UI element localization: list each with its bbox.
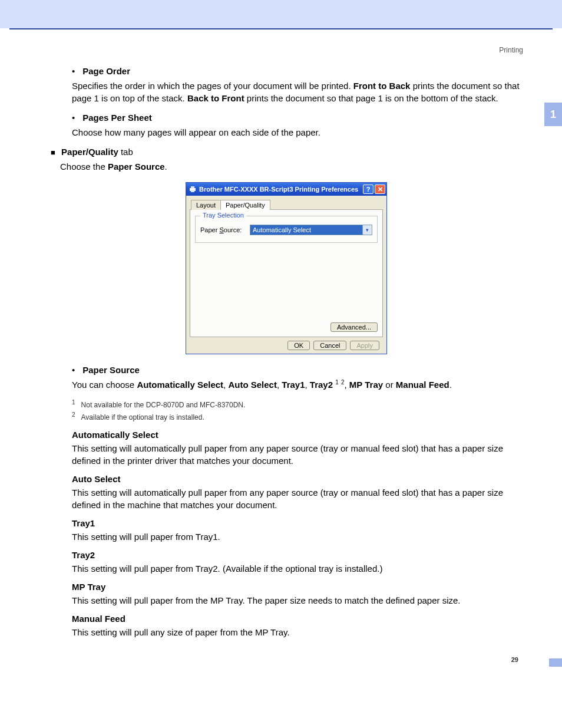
- text-underline: S: [219, 226, 223, 233]
- bullet-icon: •: [72, 66, 80, 76]
- auto-select-body: This setting will automatically pull pap…: [72, 442, 521, 467]
- auto-body: This setting will automatically pull pap…: [72, 486, 521, 511]
- svg-rect-1: [191, 186, 194, 188]
- chapter-tab: 1: [544, 103, 562, 126]
- square-icon: ■: [51, 148, 55, 157]
- page-order-title: Page Order: [82, 66, 130, 76]
- bold: Tray1: [282, 380, 305, 390]
- dialog-body: Layout Paper/Quality Tray Selection Pape…: [186, 196, 386, 354]
- auto-select-h: Automatically Select: [72, 430, 521, 440]
- paper-source-select[interactable]: Automatically Select ▾: [250, 225, 372, 235]
- tab-layout[interactable]: Layout: [191, 200, 221, 210]
- paper-quality-block: ■ Paper/Quality tab: [51, 147, 521, 157]
- advanced-row: Advanced...: [330, 322, 378, 332]
- text: ource:: [224, 226, 242, 233]
- tray1-h: Tray1: [72, 518, 521, 528]
- bullet-icon: •: [72, 365, 80, 375]
- footnote-2: 2Available if the optional tray is insta…: [72, 411, 521, 421]
- paper-quality-sub: Choose the Paper Source.: [60, 160, 521, 173]
- footnote-num: 2: [72, 411, 75, 418]
- paper-quality-label: Paper/Quality: [61, 147, 118, 157]
- bold: Automatically Select: [137, 380, 223, 390]
- footnote-text: Not available for the DCP-8070D and MFC-…: [81, 401, 246, 409]
- text: .: [449, 380, 452, 390]
- paper-source-label: Paper Source:: [200, 226, 250, 233]
- chevron-down-icon[interactable]: ▾: [362, 225, 372, 235]
- page-order-body: Specifies the order in which the pages o…: [72, 80, 521, 104]
- paper-source-title: Paper Source: [82, 365, 140, 375]
- content: • Page Order Specifies the order in whic…: [52, 66, 527, 663]
- bold-front-to-back: Front to Back: [353, 81, 411, 91]
- dialog-actions: OK Cancel Apply: [190, 337, 383, 350]
- item-pages-per-sheet: • Pages Per Sheet Choose how many pages …: [72, 113, 521, 139]
- page-number: 29: [52, 656, 521, 663]
- auto-h: Auto Select: [72, 474, 521, 484]
- advanced-button[interactable]: Advanced...: [330, 322, 378, 332]
- bold: MP Tray: [349, 380, 383, 390]
- dialog-titlebar[interactable]: Brother MFC-XXXX BR-Script3 Printing Pre…: [186, 183, 386, 196]
- bold: Tray2: [310, 380, 333, 390]
- tab-paper-quality[interactable]: Paper/Quality: [220, 200, 270, 210]
- text: ,: [305, 380, 310, 390]
- tabstrip: Layout Paper/Quality: [190, 199, 383, 210]
- footnote-1: 1Not available for the DCP-8070D and MFC…: [72, 399, 521, 409]
- text: Paper: [200, 226, 219, 233]
- manual-body: This setting will pull any size of paper…: [72, 626, 521, 638]
- bullet-icon: •: [72, 113, 80, 123]
- svg-rect-2: [191, 190, 194, 192]
- paper-quality-suffix: tab: [118, 147, 133, 157]
- paper-source-row: Paper Source: Automatically Select ▾: [200, 225, 372, 235]
- bold: Manual Feed: [396, 380, 449, 390]
- help-button[interactable]: ?: [363, 185, 373, 194]
- ok-button[interactable]: OK: [287, 341, 310, 350]
- mptray-body: This setting will pull paper from the MP…: [72, 594, 521, 607]
- footnotes: 1Not available for the DCP-8070D and MFC…: [72, 399, 521, 421]
- text: Specifies the order in which the pages o…: [72, 81, 353, 91]
- printer-icon: [189, 185, 197, 193]
- text: prints the document so that page 1 is on…: [244, 93, 498, 103]
- manual-h: Manual Feed: [72, 614, 521, 624]
- header-section: Printing: [52, 29, 527, 66]
- text: You can choose: [72, 380, 137, 390]
- pages-per-sheet-title: Pages Per Sheet: [82, 113, 152, 123]
- item-page-order: • Page Order Specifies the order in whic…: [72, 66, 521, 104]
- text: Choose the: [60, 162, 108, 172]
- paper-source-body: You can choose Automatically Select, Aut…: [72, 378, 521, 391]
- close-button[interactable]: ✕: [375, 185, 385, 194]
- top-band: [0, 0, 562, 28]
- text: ,: [345, 380, 349, 390]
- sup-1: 1: [335, 379, 339, 386]
- tray-selection-legend: Tray Selection: [200, 212, 246, 219]
- bold: Auto Select: [228, 380, 277, 390]
- text: or: [383, 380, 396, 390]
- footnote-num: 1: [72, 399, 75, 406]
- tray-selection-group: Tray Selection Paper Source: Automatical…: [195, 216, 378, 243]
- dialog-wrap: Brother MFC-XXXX BR-Script3 Printing Pre…: [52, 182, 521, 354]
- tray2-body: This setting will pull paper from Tray2.…: [72, 562, 521, 575]
- dialog-title: Brother MFC-XXXX BR-Script3 Printing Pre…: [199, 186, 362, 193]
- bold-back-to-front: Back to Front: [187, 93, 244, 103]
- footnote-text: Available if the optional tray is instal…: [81, 413, 204, 421]
- page-corner: [549, 658, 562, 667]
- tray2-h: Tray2: [72, 550, 521, 560]
- item-paper-source: • Paper Source You can choose Automatica…: [72, 365, 521, 391]
- mptray-h: MP Tray: [72, 582, 521, 592]
- paper-source-value: Automatically Select: [253, 226, 311, 233]
- apply-button[interactable]: Apply: [350, 341, 379, 350]
- printing-preferences-dialog: Brother MFC-XXXX BR-Script3 Printing Pre…: [186, 182, 387, 354]
- bold-paper-source: Paper Source: [108, 162, 165, 172]
- tray1-body: This setting will pull paper from Tray1.: [72, 531, 521, 543]
- pages-per-sheet-body: Choose how many pages will appear on eac…: [72, 126, 521, 139]
- tab-page: Tray Selection Paper Source: Automatical…: [190, 210, 383, 337]
- page: Printing 1 • Page Order Specifies the or…: [0, 29, 562, 687]
- text: .: [165, 162, 167, 172]
- cancel-button[interactable]: Cancel: [313, 341, 346, 350]
